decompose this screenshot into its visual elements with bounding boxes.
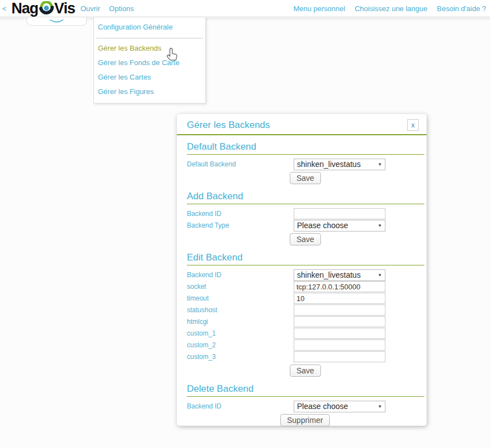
- form-row: Backend ID: [187, 208, 424, 219]
- default-backend-select[interactable]: shinken_livestatus ▼: [294, 159, 385, 170]
- delete-backend-id-label: Backend ID: [187, 402, 294, 410]
- menu-item-gerer-les-figures[interactable]: Gérer les Figures: [94, 85, 205, 99]
- menu-item-gerer-les-cartes[interactable]: Gérer les Cartes: [94, 70, 205, 85]
- menu-separator: [96, 38, 203, 38]
- select-value: shinken_livestatus: [297, 160, 375, 169]
- default-backend-form: Default Backend shinken_livestatus ▼ Sav…: [187, 159, 424, 185]
- add-backend-id-label: Backend ID: [187, 210, 294, 218]
- form-row: Supprimer: [187, 414, 424, 427]
- edit-custom3-label: custom_3: [187, 353, 294, 361]
- section-heading-edit-backend: Edit Backend: [187, 252, 424, 265]
- main-menu: Ouvrir Options: [81, 4, 134, 13]
- form-row: Backend ID Please choose ▼: [187, 401, 424, 412]
- menu-ouvrir[interactable]: Ouvrir: [81, 4, 100, 13]
- dropdown-arrow-icon: ▼: [378, 162, 382, 167]
- add-backend-form: Backend ID Backend Type Please choose ▼ …: [187, 208, 424, 246]
- menu-item-gerer-les-fonds-de-carte[interactable]: Gérer les Fonds de Carte: [94, 56, 205, 70]
- default-backend-save-button[interactable]: Save: [290, 172, 321, 184]
- edit-backend-id-label: Backend ID: [187, 271, 294, 279]
- select-value: Please choose: [297, 402, 375, 411]
- form-row: custom_3: [187, 351, 424, 362]
- edit-socket-input[interactable]: [294, 281, 385, 292]
- edit-statushost-label: statushost: [187, 306, 294, 314]
- edit-custom1-input[interactable]: [294, 328, 385, 339]
- header-collapse-handle[interactable]: [27, 17, 87, 26]
- edit-socket-label: socket: [187, 283, 294, 291]
- delete-backend-form: Backend ID Please choose ▼ Supprimer: [187, 401, 424, 427]
- add-backend-type-select[interactable]: Please choose ▼: [294, 220, 385, 232]
- form-row: custom_1: [187, 328, 424, 339]
- menu-options[interactable]: Options: [109, 4, 134, 13]
- add-backend-type-label: Backend Type: [187, 221, 294, 229]
- edit-timeout-label: timeout: [187, 294, 294, 302]
- menu-personnel[interactable]: Menu personnel: [293, 4, 345, 13]
- form-row: timeout: [187, 293, 424, 304]
- globe-icon: [39, 1, 54, 16]
- edit-custom3-input[interactable]: [294, 351, 385, 362]
- dropdown-arrow-icon: ▼: [378, 223, 382, 228]
- edit-custom2-label: custom_2: [187, 341, 294, 349]
- collapse-wave-icon: [50, 19, 64, 24]
- edit-custom1-label: custom_1: [187, 329, 294, 337]
- section-heading-add-backend: Add Backend: [187, 191, 424, 204]
- edit-statushost-input[interactable]: [294, 304, 385, 316]
- dialog-body: Default Backend Default Backend shinken_…: [177, 141, 427, 427]
- form-row: Save: [187, 172, 424, 185]
- edit-backend-id-select[interactable]: shinken_livestatus ▼: [294, 269, 385, 281]
- delete-backend-id-select[interactable]: Please choose ▼: [294, 401, 385, 412]
- header-bar: < Nag Vis Ouvrir Options Menu personnel …: [0, 0, 490, 17]
- form-row: Backend Type Please choose ▼: [187, 220, 424, 231]
- dialog-title: Gérer les Backends: [187, 120, 417, 131]
- edit-backend-form: Backend ID shinken_livestatus ▼ socket t…: [187, 269, 424, 377]
- delete-backend-button[interactable]: Supprimer: [280, 414, 330, 426]
- edit-htmlcgi-label: htmlcgi: [187, 318, 294, 326]
- select-value: shinken_livestatus: [297, 270, 375, 279]
- edit-htmlcgi-input[interactable]: [294, 316, 385, 327]
- menu-help[interactable]: Besoin d'aide ?: [437, 4, 487, 13]
- form-row: custom_2: [187, 339, 424, 351]
- default-backend-label: Default Backend: [187, 160, 294, 168]
- edit-backend-save-button[interactable]: Save: [290, 365, 321, 377]
- form-row: htmlcgi: [187, 316, 424, 327]
- manage-backends-dialog: Gérer les Backends x Default Backend Def…: [177, 114, 427, 426]
- form-row: statushost: [187, 304, 424, 316]
- menu-item-gerer-les-backends[interactable]: Gérer les Backends: [94, 41, 205, 56]
- menu-language[interactable]: Choisissez une langue: [355, 4, 428, 13]
- close-button[interactable]: x: [407, 119, 419, 131]
- logo-text-vis: Vis: [55, 1, 75, 16]
- dialog-titlebar: Gérer les Backends x: [177, 114, 427, 135]
- form-row: Backend ID shinken_livestatus ▼: [187, 269, 424, 280]
- logo-text-nag: Nag: [12, 1, 38, 16]
- form-row: Default Backend shinken_livestatus ▼: [187, 159, 424, 170]
- nagvis-logo[interactable]: Nag Vis: [12, 1, 75, 16]
- user-menu: Menu personnel Choisissez une langue Bes…: [293, 4, 486, 13]
- form-row: socket: [187, 281, 424, 292]
- select-value: Please choose: [297, 221, 375, 230]
- edit-custom2-input[interactable]: [294, 339, 385, 351]
- section-heading-default-backend: Default Backend: [187, 141, 424, 155]
- menu-item-configuration-generale[interactable]: Configuration Générale: [94, 20, 205, 35]
- back-arrow[interactable]: <: [0, 4, 7, 13]
- dropdown-arrow-icon: ▼: [378, 404, 382, 409]
- form-row: Save: [187, 365, 424, 377]
- add-backend-save-button[interactable]: Save: [290, 233, 321, 245]
- section-heading-delete-backend: Delete Backend: [187, 383, 424, 397]
- form-row: Save: [187, 233, 424, 246]
- options-dropdown-menu: Configuration Générale Gérer les Backend…: [93, 17, 206, 104]
- edit-timeout-input[interactable]: [294, 293, 385, 304]
- add-backend-id-input[interactable]: [294, 208, 385, 219]
- dropdown-arrow-icon: ▼: [378, 273, 382, 278]
